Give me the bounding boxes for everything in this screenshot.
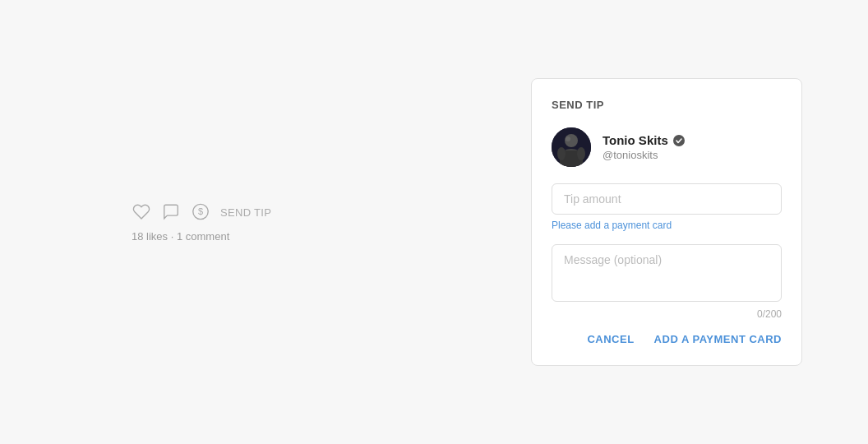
svg-point-8: [577, 147, 585, 160]
char-count: 0/200: [552, 308, 782, 320]
send-tip-button[interactable]: SEND TIP: [220, 206, 271, 218]
send-tip-modal: SEND TIP Tonio Skits: [531, 78, 802, 366]
comments-count: 1 comment: [177, 230, 229, 243]
add-payment-card-button[interactable]: ADD A PAYMENT CARD: [654, 333, 782, 345]
svg-point-5: [566, 136, 570, 141]
tip-icon[interactable]: $: [191, 202, 210, 222]
cancel-button[interactable]: CANCEL: [587, 333, 634, 345]
svg-text:$: $: [198, 206, 203, 216]
svg-point-9: [673, 135, 685, 146]
action-buttons: $ SEND TIP: [132, 202, 271, 222]
creator-handle: @tonioskits: [603, 149, 686, 161]
creator-details: Tonio Skits @tonioskits: [603, 133, 686, 161]
modal-actions: CANCEL ADD A PAYMENT CARD: [552, 333, 782, 345]
modal-title: SEND TIP: [552, 99, 782, 111]
send-tip-label: SEND TIP: [220, 206, 271, 218]
tip-amount-input[interactable]: [552, 183, 782, 215]
avatar: [552, 127, 591, 167]
post-stats: 18 likes · 1 comment: [132, 230, 271, 243]
creator-name: Tonio Skits: [603, 133, 686, 147]
post-actions-area: $ SEND TIP 18 likes · 1 comment: [132, 202, 271, 243]
svg-point-7: [557, 147, 566, 160]
likes-count: 18 likes: [132, 230, 168, 243]
message-textarea[interactable]: [552, 244, 782, 302]
page-container: $ SEND TIP 18 likes · 1 comment SEND TIP: [0, 0, 868, 444]
verified-icon: [672, 134, 686, 147]
separator: ·: [171, 230, 174, 243]
payment-warning: Please add a payment card: [552, 220, 782, 231]
creator-info: Tonio Skits @tonioskits: [552, 127, 782, 167]
comment-icon[interactable]: [161, 202, 181, 222]
like-icon[interactable]: [132, 202, 151, 222]
